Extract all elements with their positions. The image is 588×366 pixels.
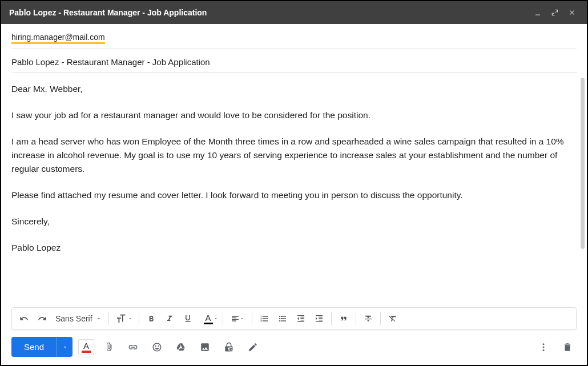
send-split-button: Send: [11, 337, 73, 357]
text-color-swatch: [82, 351, 91, 353]
font-size-button[interactable]: [112, 310, 135, 327]
compose-window: Pablo Lopez - Restaurant Manager - Job A…: [0, 0, 588, 366]
confidential-mode-button[interactable]: [220, 338, 238, 356]
bold-button[interactable]: [143, 310, 160, 327]
underline-button[interactable]: [179, 310, 196, 327]
scrollbar[interactable]: [581, 78, 585, 249]
font-family-label: Sans Serif: [55, 314, 92, 323]
exit-fullscreen-button[interactable]: [548, 6, 562, 19]
indent-less-button[interactable]: [292, 310, 309, 327]
chevron-down-icon: [96, 316, 102, 321]
minimize-button[interactable]: [531, 6, 545, 19]
chevron-down-icon: [240, 316, 244, 321]
body-paragraph: Please find attached my resume and cover…: [11, 188, 577, 202]
subject-field[interactable]: Pablo Lopez - Restaurant Manager - Job A…: [11, 49, 577, 73]
formatting-toolbar: Sans Serif A: [11, 307, 577, 330]
align-button[interactable]: [227, 310, 248, 327]
indent-more-button[interactable]: [311, 310, 328, 327]
recipient-chip[interactable]: hiring.manager@mail.com: [11, 33, 105, 44]
svg-point-3: [543, 346, 545, 348]
insert-drive-button[interactable]: [172, 338, 190, 356]
strikethrough-button[interactable]: [360, 310, 377, 327]
chevron-down-icon: [214, 316, 218, 321]
numbered-list-button[interactable]: [256, 310, 273, 327]
bottom-action-bar: Send A: [1, 330, 587, 365]
message-body[interactable]: Dear Mx. Webber, I saw your job ad for a…: [1, 73, 587, 307]
body-paragraph: I am a head server who has won Employee …: [11, 135, 577, 176]
subject-text: Pablo Lopez - Restaurant Manager - Job A…: [11, 57, 210, 67]
text-color-letter: A: [83, 341, 89, 350]
remove-formatting-button[interactable]: [384, 310, 401, 327]
chevron-down-icon: [62, 344, 68, 350]
undo-button[interactable]: [15, 310, 33, 327]
quote-button[interactable]: [335, 310, 352, 327]
chevron-down-icon: [128, 316, 132, 321]
send-button[interactable]: Send: [11, 337, 57, 357]
italic-button[interactable]: [161, 310, 178, 327]
bulleted-list-button[interactable]: [274, 310, 291, 327]
titlebar: Pablo Lopez - Restaurant Manager - Job A…: [1, 1, 587, 24]
svg-point-4: [543, 349, 545, 351]
svg-rect-0: [535, 15, 540, 15]
body-wrap: Dear Mx. Webber, I saw your job ad for a…: [1, 73, 587, 307]
send-options-button[interactable]: [57, 337, 73, 357]
body-paragraph: Pablo Lopez: [11, 241, 577, 255]
body-paragraph: I saw your job ad for a restaurant manag…: [11, 108, 577, 122]
formatting-options-button[interactable]: A: [78, 339, 94, 355]
insert-emoji-button[interactable]: [148, 338, 166, 356]
attach-file-button[interactable]: [100, 338, 118, 356]
insert-link-button[interactable]: [124, 338, 142, 356]
close-button[interactable]: [565, 6, 579, 19]
more-options-button[interactable]: [534, 338, 553, 356]
svg-point-2: [543, 343, 545, 345]
insert-photo-button[interactable]: [196, 338, 214, 356]
text-color-button[interactable]: A: [198, 310, 219, 327]
header-fields: hiring.manager@mail.com Pablo Lopez - Re…: [1, 24, 587, 73]
to-field[interactable]: hiring.manager@mail.com: [11, 24, 577, 49]
body-paragraph: Dear Mx. Webber,: [11, 82, 577, 96]
font-family-select[interactable]: Sans Serif: [52, 310, 105, 327]
insert-signature-button[interactable]: [244, 338, 262, 356]
window-title: Pablo Lopez - Restaurant Manager - Job A…: [9, 8, 207, 17]
body-paragraph: Sincerely,: [11, 215, 577, 228]
discard-draft-button[interactable]: [558, 338, 577, 356]
redo-button[interactable]: [34, 310, 51, 327]
